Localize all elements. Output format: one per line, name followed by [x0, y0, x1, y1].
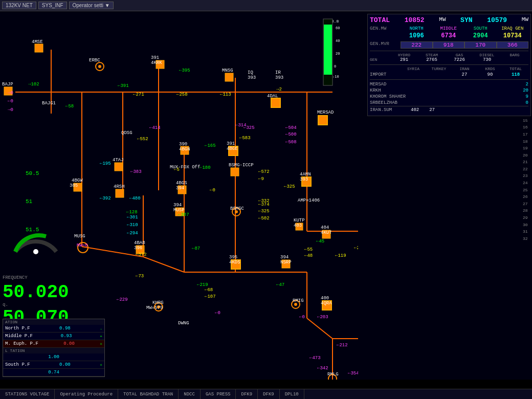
station-list: MERSAD 2 KRKH 20 KHOROM SHAHER 9 SRBEELZ… — [370, 79, 528, 106]
svg-text:←504: ←504 — [285, 125, 297, 130]
hydro-label: HYDRO — [390, 53, 418, 57]
north-label: NORTH — [401, 26, 433, 31]
svg-text:←0: ←0 — [210, 188, 215, 193]
svg-text:MNSG: MNSG — [222, 68, 233, 73]
svg-text:←325: ←325 — [243, 125, 255, 130]
svg-text:←165: ←165 — [205, 143, 216, 148]
svg-text:←45: ←45 — [316, 239, 324, 244]
pf-meuph-btn[interactable]: + — [100, 342, 102, 346]
svg-text:←354: ←354 — [348, 371, 358, 376]
station-khorom: KHOROM SHAHER 9 — [370, 94, 528, 100]
svg-text:393: 393 — [275, 75, 283, 80]
svg-text:400: 400 — [321, 296, 329, 301]
svg-text:BSMG-ICCP: BSMG-ICCP — [229, 163, 254, 168]
freq1-value: 50.020 — [3, 282, 105, 303]
svg-text:←0: ←0 — [215, 311, 220, 316]
svg-text:MW=579: MW=579 — [146, 305, 163, 311]
svg-text:←332: ←332 — [258, 198, 270, 204]
svg-text:←0: ←0 — [299, 315, 305, 320]
pf-panel: ATION North P.F 0.98 - Middle P.F 0.93 +… — [3, 319, 105, 377]
steam-gen: 2765 — [418, 57, 446, 62]
svg-text:396: 396 — [134, 246, 142, 251]
station-mersad: MERSAD 2 — [370, 81, 528, 87]
svg-rect-25 — [35, 44, 43, 52]
tab-ndcc[interactable]: NDCC — [179, 389, 201, 399]
north-mvr-box: 222 — [401, 41, 433, 49]
svg-rect-35 — [231, 168, 239, 176]
svg-text:←113: ←113 — [220, 92, 231, 97]
diesel-gen: 730 — [473, 57, 501, 62]
iraq-mvr-box: 366 — [497, 41, 529, 49]
svg-text:←107: ←107 — [205, 294, 216, 299]
steam-label: STEAM — [418, 53, 446, 57]
svg-text:←508: ←508 — [285, 140, 297, 145]
iraq-label: IRAQ GEN — [497, 26, 529, 31]
tab-total-baghdad-tran[interactable]: TOTAL BAGHDAD TRAN — [118, 389, 179, 399]
pf-south-row: South P.F 0.00 + — [3, 361, 104, 369]
pf-section2-label: L TATION — [3, 348, 104, 353]
svg-text:→102: →102 — [28, 82, 39, 87]
svg-text:←480: ←480 — [129, 196, 141, 201]
svg-rect-38 — [116, 189, 124, 197]
svg-text:RMLG: RMLG — [327, 372, 339, 377]
tab-gas-press[interactable]: GAS PRESS — [201, 389, 236, 399]
svg-text:404: 404 — [321, 225, 329, 230]
tab-operating-procedure[interactable]: Operating Procedure — [55, 389, 118, 399]
pf-north-btn[interactable]: - — [100, 326, 102, 331]
svg-text:4BAB: 4BAB — [134, 240, 145, 246]
svg-text:BSMGC: BSMGC — [230, 206, 245, 211]
pf-north-row: North P.F 0.98 - — [3, 325, 104, 332]
toolbar-btn-sys[interactable]: SYS_INF — [38, 2, 67, 9]
syn-value: 10579 — [487, 16, 507, 24]
pf-middle-btn[interactable]: + — [100, 334, 102, 339]
svg-text:394: 394 — [176, 186, 184, 191]
station-srbeelzhab: SRBEELZHAB 0 — [370, 100, 528, 106]
stats-panel: TOTAL 10852 MW SYN 10579 MW GEN.MW NORTH… — [367, 14, 531, 116]
north-mw: 1096 — [401, 32, 433, 39]
svg-text:393: 393 — [300, 177, 308, 182]
tab-dpl10[interactable]: DPL10 — [280, 389, 304, 399]
gen-mvr-label: GEN.MVR — [370, 41, 401, 49]
svg-rect-205 — [324, 25, 332, 75]
svg-text:←391: ←391 — [118, 83, 129, 88]
svg-text:50.5: 50.5 — [26, 170, 39, 176]
south-label: SOUTH — [464, 26, 497, 31]
svg-text:40: 40 — [336, 39, 340, 43]
svg-text:20: 20 — [336, 52, 340, 56]
svg-text:←325: ←325 — [284, 184, 295, 189]
svg-text:KHRG: KHRG — [152, 300, 164, 305]
svg-text:403: 403 — [294, 223, 302, 228]
pf-middle-row: Middle P.F 0.93 + — [3, 332, 104, 340]
south-mw: 2904 — [464, 32, 497, 39]
pf-south-btn[interactable]: + — [100, 363, 102, 367]
svg-text:←229: ←229 — [117, 297, 128, 302]
svg-text:←387: ←387 — [178, 212, 189, 217]
mw-label1: MW — [439, 16, 446, 24]
svg-text:←195: ←195 — [100, 161, 111, 166]
tab-dfk9-2[interactable]: DFK9 — [258, 389, 280, 399]
svg-text:DWNG: DWNG — [178, 321, 189, 326]
svg-text:←55: ←55 — [304, 247, 313, 252]
svg-text:←219: ←219 — [197, 282, 208, 287]
barg-label: BARG — [501, 53, 528, 57]
hydro-gen: 291 — [390, 57, 418, 62]
iran-sum-row: IRAN.SUM 402 27 — [370, 106, 528, 114]
svg-text:4BGS: 4BGS — [176, 181, 187, 186]
svg-text:←58: ←58 — [65, 104, 74, 109]
tab-dfk9-1[interactable]: DFK9 — [236, 389, 258, 399]
svg-text:393: 393 — [248, 75, 256, 80]
svg-text:4MSE: 4MSE — [32, 39, 43, 45]
svg-text:4QRA: 4QRA — [321, 301, 332, 306]
barg-gen — [501, 57, 528, 62]
tab-stations-voltage[interactable]: STATIONS VOLTAGE — [0, 389, 55, 399]
toolbar-btn-net[interactable]: 132KV NET — [2, 2, 36, 9]
svg-text:←572: ←572 — [258, 169, 270, 174]
toolbar-btn-operator[interactable]: Operator setti ▼ — [69, 2, 114, 9]
svg-text:395: 395 — [229, 255, 237, 260]
svg-text:4TAJ: 4TAJ — [113, 158, 124, 163]
svg-text:←87: ←87 — [192, 246, 200, 251]
svg-rect-31 — [318, 116, 327, 125]
svg-text:←342: ←342 — [317, 366, 328, 371]
svg-text:←372: ←372 — [136, 252, 147, 257]
gas-label: GAS — [446, 53, 473, 57]
